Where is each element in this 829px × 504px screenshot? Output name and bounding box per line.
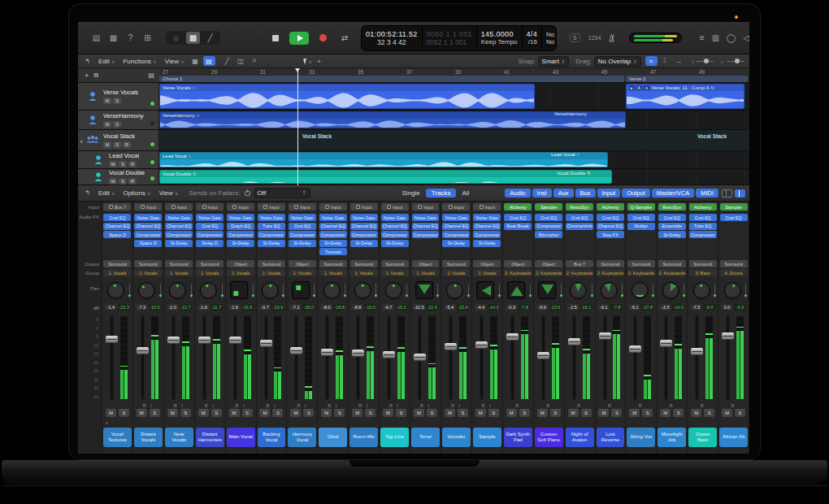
pan-knob[interactable] <box>323 282 341 299</box>
grid-view-icon[interactable]: ▦ <box>189 56 202 66</box>
group-button[interactable]: 1: Vocals <box>196 269 224 276</box>
fader-cap[interactable] <box>414 354 426 361</box>
horizontal-zoom-slider[interactable]: ↔ <box>719 59 744 64</box>
group-button[interactable]: 1: Vocals <box>350 269 378 276</box>
menu-functions[interactable]: Functions ∨ <box>123 58 156 65</box>
pan-knob[interactable] <box>200 282 217 299</box>
fx-plugin-graph-eq[interactable]: Graph EQ <box>227 223 254 230</box>
automation-icon[interactable]: ╱ <box>221 56 233 66</box>
group-button[interactable]: 2: Keyboards <box>566 269 593 276</box>
take-control-icon[interactable]: A <box>636 85 642 90</box>
group-button[interactable]: 2: Keyboards <box>535 269 562 276</box>
track-name-button[interactable]: African Kit <box>719 428 748 447</box>
solo-button[interactable]: S <box>458 409 468 417</box>
hide-toolbar-icon[interactable]: ↰ <box>81 56 93 66</box>
playhead[interactable] <box>297 68 298 185</box>
count-in-button[interactable]: 1234 <box>588 35 601 41</box>
track-name-button[interactable]: Main Vocal <box>227 428 255 447</box>
fx-plugin-cnsl-eq[interactable]: Cnsl EQ <box>689 214 717 221</box>
fx-plugin-delay-d[interactable]: Delay D <box>196 240 224 247</box>
solo-button[interactable]: S <box>119 178 127 185</box>
output-button[interactable]: Surround <box>103 260 131 267</box>
pan-knob[interactable] <box>138 282 155 299</box>
pan-mini-slider[interactable] <box>345 284 345 298</box>
region-verse-vocals-11-comp-a[interactable]: ▸A∧Verse Vocals: 11 - Comp A↻ <box>626 84 744 109</box>
fx-plugin-st-delay[interactable]: St-Delay <box>381 240 409 247</box>
peak-db-value[interactable]: -7.8 <box>610 304 623 311</box>
input-button[interactable]: Input <box>319 203 347 211</box>
fx-plugin-noise-gate[interactable]: Noise Gate <box>289 214 316 221</box>
track-header-verseharmony[interactable]: VerseHarmonyMS <box>78 111 159 129</box>
marker-verse-2[interactable]: Verse 2 <box>626 76 748 82</box>
pan-mini-slider[interactable] <box>653 284 653 298</box>
fader-db-value[interactable]: -1.9 <box>228 304 241 311</box>
pan-knob[interactable] <box>384 282 401 299</box>
fx-plugin-noise-gate[interactable]: Noise Gate <box>134 214 162 221</box>
pan-mini-slider[interactable] <box>468 284 469 298</box>
fx-plugin-channel-eq[interactable]: Channel EQ <box>103 223 131 230</box>
pan-mini-slider[interactable] <box>530 284 531 298</box>
peak-db-value[interactable]: -12.7 <box>180 304 192 311</box>
track-name-button[interactable]: Near Vocals <box>165 428 193 447</box>
filter-audio[interactable]: Audio <box>505 189 530 198</box>
filter-midi[interactable]: MIDI <box>696 189 718 198</box>
peak-db-value[interactable]: -23.3 <box>118 304 130 311</box>
fader-cap[interactable] <box>106 336 118 343</box>
solo-button[interactable]: S <box>242 409 253 417</box>
fx-plugin-st-delay[interactable]: St-Delay <box>258 240 285 247</box>
object-pan-pad[interactable] <box>477 281 495 299</box>
drag-select[interactable]: No Overlap ⇕ <box>594 56 641 67</box>
pan-mini-slider[interactable] <box>406 284 407 298</box>
input-button[interactable]: Alchemy <box>504 203 532 211</box>
fader-db-value[interactable]: -5.4 <box>444 304 456 311</box>
peak-db-value[interactable]: -14.0 <box>672 304 684 311</box>
fx-plugin-compressor[interactable]: Compressor <box>442 231 470 238</box>
peak-db-value[interactable]: -15.2 <box>395 304 407 311</box>
input-button[interactable]: Sampler <box>720 203 748 211</box>
output-button[interactable]: Surround <box>442 260 470 267</box>
mute-button[interactable]: M <box>660 409 671 417</box>
strip-disclosure-icon[interactable]: › <box>106 419 108 427</box>
track-header-options-icon[interactable]: ▤ <box>148 72 154 79</box>
fader-cap[interactable] <box>321 349 333 356</box>
filter-inst[interactable]: Inst <box>532 189 552 198</box>
output-button[interactable]: Surround <box>165 260 193 267</box>
fader-cap[interactable] <box>383 351 395 358</box>
fx-plugin-cnsl-eq[interactable]: Cnsl EQ <box>597 214 624 221</box>
fader-db-value[interactable]: -2.0 <box>167 304 179 311</box>
mute-button[interactable]: M <box>103 121 111 128</box>
track-name-button[interactable]: Harmony Vocal <box>288 428 316 447</box>
fx-plugin-multipr[interactable]: Multipr <box>627 223 655 230</box>
fx-plugin-cnsl-eq[interactable]: Cnsl EQ <box>535 214 562 221</box>
marker-chorus-1[interactable]: Chorus 1 <box>159 76 624 82</box>
output-button[interactable]: Surround <box>381 260 409 267</box>
snap-select[interactable]: Smart ⇕ <box>538 56 570 67</box>
solo-button[interactable]: S <box>180 409 191 417</box>
solo-button[interactable]: S <box>704 409 714 417</box>
group-button[interactable]: 1: Vocals <box>473 269 501 276</box>
input-button[interactable]: Input <box>289 203 316 211</box>
track-header-vocal-double[interactable]: Vocal DoubleMSR <box>78 169 159 185</box>
pan-mini-slider[interactable] <box>622 284 623 298</box>
fx-plugin-channel-eq[interactable]: Channel EQ <box>473 223 501 230</box>
track-lane[interactable]: Vocal Double↻Vocal Double ↻ <box>159 169 749 185</box>
menu-view[interactable]: View ∨ <box>165 58 184 65</box>
fader-cap[interactable] <box>290 347 302 354</box>
fader-db-value[interactable]: -4.4 <box>475 304 487 311</box>
mute-button[interactable]: M <box>321 409 332 417</box>
fx-plugin-cnsl-eq[interactable]: Cnsl EQ <box>103 214 131 221</box>
region-inspector-icon[interactable]: ◫ <box>235 56 247 66</box>
cycle-button[interactable]: ⇄ <box>336 32 353 45</box>
fx-plugin-noise-gate[interactable]: Noise Gate <box>381 214 409 221</box>
mute-button[interactable]: M <box>383 409 393 417</box>
output-button[interactable]: Surround <box>689 260 717 267</box>
metronome-icon[interactable] <box>607 33 616 42</box>
fx-plugin-chromaverb[interactable]: ChromaVerb <box>566 223 593 230</box>
fader-db-value[interactable]: -0.1 <box>597 304 610 311</box>
menu-view[interactable]: View ∨ <box>159 189 179 197</box>
fx-plugin-noise-gate[interactable]: Noise Gate <box>473 214 501 221</box>
dim-icon[interactable]: ☼ <box>169 32 183 44</box>
solo-button[interactable]: S <box>396 409 406 417</box>
output-button[interactable]: Surround <box>350 260 378 267</box>
group-button[interactable]: 3: Bass <box>689 269 717 276</box>
